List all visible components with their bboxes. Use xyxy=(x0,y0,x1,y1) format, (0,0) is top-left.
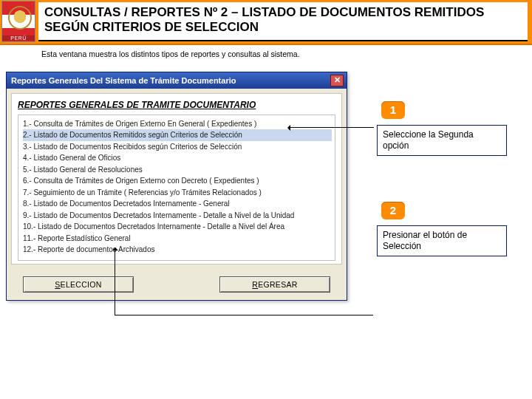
peru-emblem-icon: PERÚ xyxy=(1,1,35,42)
report-item[interactable]: 4.- Listado General de Oficios xyxy=(23,152,332,164)
dialog-title: Reportes Generales Del Sistema de Trámit… xyxy=(11,76,236,85)
emblem-caption: PERÚ xyxy=(2,35,35,41)
step-badge: 2 xyxy=(381,202,405,219)
report-item[interactable]: 10.- Listado de Documentos Decretados In… xyxy=(23,221,332,233)
report-item[interactable]: 7.- Seguimiento de un Trámite ( Referenc… xyxy=(23,187,332,199)
slide-header: PERÚ CONSULTAS / REPORTES Nº 2 – LISTADO… xyxy=(0,0,532,45)
title-block: CONSULTAS / REPORTES Nº 2 – LISTADO DE D… xyxy=(38,2,528,41)
page-title: CONSULTAS / REPORTES Nº 2 – LISTADO DE D… xyxy=(44,5,522,35)
close-icon: ✕ xyxy=(334,76,341,84)
report-item[interactable]: 11.- Reporte Estadístico General xyxy=(23,233,332,245)
report-list[interactable]: 1.- Consulta de Trámites de Origen Exter… xyxy=(18,115,335,261)
page-subtitle: Esta ventana muestra los distintos tipos… xyxy=(0,45,532,58)
dialog-heading: REPORTES GENERALES DE TRAMITE DOCUMENTAR… xyxy=(18,98,335,115)
report-item[interactable]: 9.- Listado de Documentos Decretados Int… xyxy=(23,210,332,222)
report-item[interactable]: 6.- Consulta de Trámites de Origen Exter… xyxy=(23,175,332,187)
dialog-titlebar: Reportes Generales Del Sistema de Trámit… xyxy=(7,72,347,89)
arrow-to-option-icon xyxy=(289,127,374,128)
report-item[interactable]: 8.- Listado de Documentos Decretados Int… xyxy=(23,198,332,210)
close-button[interactable]: ✕ xyxy=(330,75,344,86)
step-badge: 1 xyxy=(381,101,405,119)
report-item[interactable]: 5.- Listado General de Resoluciones xyxy=(23,164,332,176)
report-item[interactable]: 3.- Listado de Documentos Recibidos segú… xyxy=(23,141,332,153)
callout-2: 2 Presionar el botón de Selección xyxy=(377,202,507,256)
callout-text: Presionar el botón de Selección xyxy=(377,225,507,256)
callout-text: Seleccione la Segunda opción xyxy=(377,125,507,156)
arrow-to-button-icon xyxy=(115,249,373,316)
report-item[interactable]: 2.- Listado de Documentos Remitidos segú… xyxy=(23,129,332,141)
select-button-label: ELECCION xyxy=(61,280,102,289)
callout-1: 1 Seleccione la Segunda opción xyxy=(377,101,507,156)
